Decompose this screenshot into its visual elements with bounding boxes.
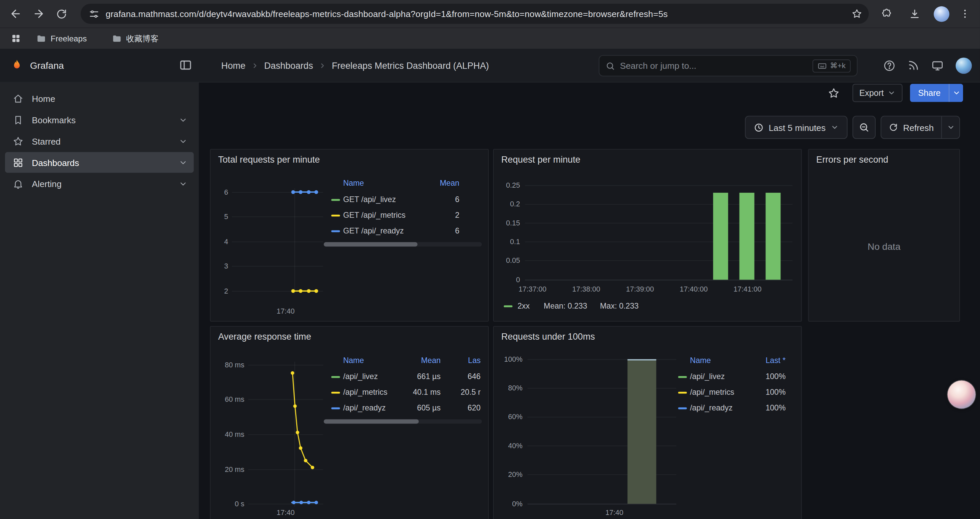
browser-profile-avatar[interactable]	[930, 2, 953, 26]
bar-2xx[interactable]	[765, 193, 781, 279]
time-range-picker[interactable]: Last 5 minutes	[745, 116, 847, 139]
panel-title[interactable]: Errors per second	[816, 155, 888, 164]
series-color-dash	[331, 230, 340, 232]
series-color-dash	[678, 376, 687, 378]
search-icon	[606, 61, 615, 70]
bookmark-item-blogs[interactable]: 收藏博客	[107, 30, 164, 47]
chevron-down-icon[interactable]	[179, 137, 188, 145]
legend-header-name[interactable]: Name	[343, 179, 364, 188]
sidebar-item-dashboards[interactable]: Dashboards	[5, 152, 194, 172]
y-tick: 0	[494, 275, 520, 284]
x-tick: 17:41:00	[725, 285, 770, 294]
legend-series-name[interactable]: 2xx	[517, 302, 529, 311]
scrollbar-thumb[interactable]	[324, 419, 419, 423]
help-icon[interactable]	[883, 59, 896, 72]
breadcrumb-current: Freeleaps Metrics Dashboard (ALPHA)	[332, 61, 489, 70]
extensions-icon[interactable]	[875, 2, 898, 26]
legend-row[interactable]: /api/_livez	[343, 372, 378, 382]
panel-title[interactable]: Average response time	[218, 332, 311, 342]
legend-row[interactable]: GET /api/_metrics	[343, 211, 406, 220]
y-tick: 0.15	[494, 219, 520, 227]
sidebar-item-bookmarks[interactable]: Bookmarks	[5, 110, 194, 130]
screen: grafana.mathmast.com/d/deytv4rwavabkb/fr…	[0, 0, 980, 519]
sidebar-item-starred[interactable]: Starred	[5, 131, 194, 152]
chevron-down-icon[interactable]	[179, 179, 188, 188]
refresh-button[interactable]: Refresh	[881, 117, 941, 139]
share-button[interactable]: Share	[910, 84, 949, 102]
user-avatar[interactable]	[956, 57, 972, 73]
legend-header-last[interactable]: Last *	[765, 356, 786, 366]
brand-name: Grafana	[30, 60, 64, 71]
legend-header-mean[interactable]: Mean	[440, 179, 460, 188]
breadcrumb-dashboards[interactable]: Dashboards	[264, 61, 313, 70]
legend-row[interactable]: GET /api/_livez	[343, 195, 396, 205]
display-icon[interactable]	[931, 59, 943, 72]
legend-row[interactable]: /api/_readyz	[690, 404, 733, 413]
legend-row[interactable]: /api/_livez	[690, 372, 725, 382]
dashboards-grid-icon	[12, 156, 24, 168]
grafana-home-link[interactable]: Grafana	[10, 49, 64, 82]
legend-scrollbar[interactable]	[324, 242, 482, 246]
legend-header-last[interactable]: Las	[468, 356, 480, 366]
panel-title[interactable]: Requests under 100ms	[501, 332, 595, 342]
reload-icon[interactable]	[50, 2, 73, 26]
legend-row[interactable]: GET /api/_readyz	[343, 227, 404, 236]
zoom-out-icon[interactable]	[853, 116, 876, 139]
apps-grid-icon[interactable]	[6, 30, 25, 47]
x-tick: 17:40	[273, 508, 298, 517]
y-tick: 3	[210, 262, 228, 270]
mega-menu: Home Bookmarks Starred Dashboards	[0, 83, 199, 519]
legend-scrollbar[interactable]	[324, 419, 482, 423]
search-input[interactable]	[620, 61, 808, 71]
legend-mean-stat: Mean: 0.233	[544, 302, 587, 311]
legend-header-mean[interactable]: Mean	[421, 356, 441, 366]
bookmark-item-freeleaps[interactable]: Freeleaps	[31, 31, 92, 46]
x-tick: 17:40	[273, 307, 298, 315]
sidebar-item-label: Alerting	[32, 179, 62, 189]
sidebar-toggle-icon[interactable]	[179, 58, 192, 72]
bookmark-icon	[12, 114, 24, 126]
forward-icon[interactable]	[27, 2, 50, 26]
y-tick: 60 ms	[210, 395, 244, 404]
panel-title[interactable]: Request per minute	[501, 155, 581, 164]
bookmark-star-icon[interactable]	[851, 8, 862, 19]
downloads-icon[interactable]	[903, 2, 926, 26]
floating-avatar-button[interactable]	[948, 380, 976, 409]
bar-stacked-series[interactable]	[627, 359, 656, 504]
sidebar-item-alerting[interactable]: Alerting	[5, 173, 194, 194]
y-tick: 0%	[494, 499, 522, 508]
share-menu-chevron-icon[interactable]	[949, 84, 963, 102]
back-icon[interactable]	[4, 2, 27, 26]
legend-header-name[interactable]: Name	[690, 356, 711, 366]
chevron-down-icon	[888, 89, 896, 97]
legend-value: 6	[455, 227, 459, 236]
bookmark-label: 收藏博客	[126, 33, 158, 44]
p1-line-chart[interactable]	[229, 181, 323, 300]
tune-icon[interactable]	[89, 8, 99, 19]
bar-2xx[interactable]	[740, 193, 754, 279]
legend-row[interactable]: /api/_metrics	[690, 388, 735, 398]
menu-kebab-icon[interactable]	[953, 2, 976, 26]
refresh-interval-chevron-icon[interactable]	[941, 117, 959, 139]
breadcrumb-home[interactable]: Home	[221, 61, 245, 70]
x-tick: 17:40:00	[671, 285, 716, 294]
search-box[interactable]: ⌘+k	[599, 55, 858, 77]
bar-2xx[interactable]	[713, 193, 728, 279]
rss-icon[interactable]	[908, 59, 920, 72]
legend-max-stat: Max: 0.233	[600, 302, 639, 311]
scrollbar-thumb[interactable]	[324, 242, 418, 246]
address-bar[interactable]: grafana.mathmast.com/d/deytv4rwavabkb/fr…	[81, 4, 869, 24]
legend-header-name[interactable]: Name	[343, 356, 364, 366]
export-button[interactable]: Export	[853, 84, 903, 102]
sidebar-item-home[interactable]: Home	[5, 88, 194, 109]
bookmark-label: Freeleaps	[51, 34, 87, 43]
series-color-dash	[504, 305, 512, 307]
legend-row[interactable]: /api/_readyz	[343, 404, 386, 413]
panel-title[interactable]: Total requests per minute	[218, 155, 320, 164]
favorite-star-icon[interactable]	[827, 87, 840, 99]
chevron-down-icon[interactable]	[179, 115, 188, 124]
legend-row[interactable]: /api/_metrics	[343, 388, 388, 398]
p4-line-chart[interactable]	[247, 359, 324, 513]
series-color-dash	[678, 407, 687, 409]
chevron-down-icon[interactable]	[179, 158, 188, 167]
